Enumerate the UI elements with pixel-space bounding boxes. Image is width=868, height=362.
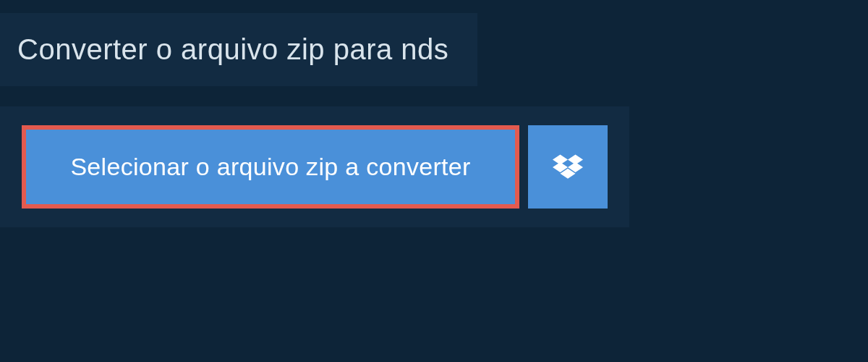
button-row: Selecionar o arquivo zip a converter xyxy=(0,106,629,227)
select-file-button[interactable]: Selecionar o arquivo zip a converter xyxy=(22,125,519,209)
dropbox-button[interactable] xyxy=(528,125,608,209)
dropbox-icon xyxy=(553,152,583,182)
page-title: Converter o arquivo zip para nds xyxy=(17,33,448,66)
title-bar: Converter o arquivo zip para nds xyxy=(0,13,477,86)
